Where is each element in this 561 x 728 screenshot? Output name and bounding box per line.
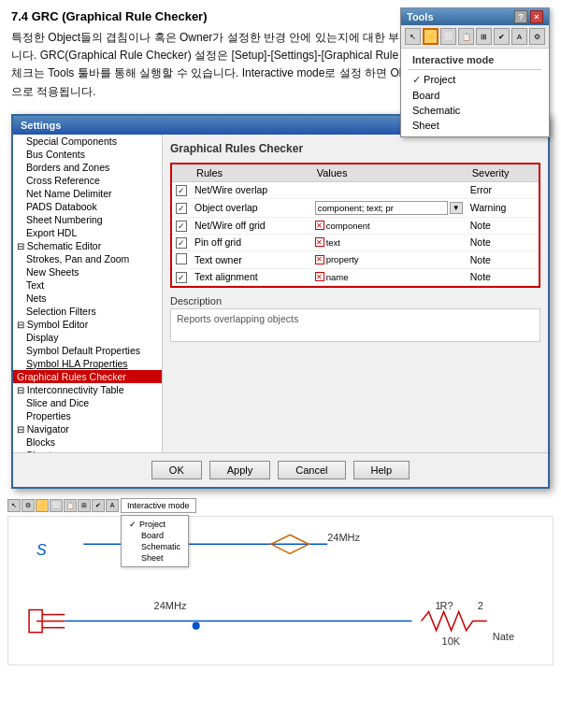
tool-paste-icon[interactable]: 📋: [458, 28, 474, 45]
apply-button[interactable]: Apply: [209, 461, 271, 479]
tree-interconnectivity[interactable]: Interconnectivity Table: [13, 383, 162, 396]
row4-severity: Note: [467, 234, 539, 250]
svg-text:24MHz: 24MHz: [154, 599, 187, 610]
row5-checkbox[interactable]: [172, 250, 191, 268]
tree-bus-contents[interactable]: Bus Contents: [13, 148, 162, 161]
check-net-wire-off-grid[interactable]: [176, 221, 187, 232]
tree-blocks[interactable]: Blocks: [13, 435, 162, 449]
tree-strokes[interactable]: Strokes, Pan and Zoom: [13, 252, 162, 265]
mini-interactive-mode[interactable]: Interactive mode: [121, 498, 196, 513]
tools-menu-board[interactable]: Board: [409, 88, 541, 103]
row2-checkbox[interactable]: [172, 198, 191, 217]
tools-close-btn[interactable]: ×: [530, 10, 543, 23]
nate-label: Nate: [493, 630, 514, 641]
row3-checkbox[interactable]: [172, 217, 191, 234]
tag-x-icon[interactable]: ✕: [315, 255, 324, 264]
tree-symbol-default-props[interactable]: Symbol Default Properties: [13, 344, 162, 357]
tree-pads-databook[interactable]: PADS Databook: [13, 200, 162, 213]
check-object-overlap[interactable]: [176, 203, 187, 214]
dropdown-arrow-icon[interactable]: ▼: [450, 202, 463, 214]
tree-net-name-delimiter[interactable]: Net Name Delimiter: [13, 187, 162, 200]
tree-properties[interactable]: Properties: [13, 409, 162, 422]
tag-name: ✕ name: [315, 272, 463, 282]
tools-help-btn[interactable]: ?: [514, 10, 527, 23]
row1-checkbox[interactable]: [172, 181, 191, 198]
table-row: Text owner ✕ property Note: [172, 250, 539, 268]
tools-toolbar: ↖ ⚡ ⬜ 📋 ⊞ ✔ A ⚙: [401, 25, 549, 49]
check-net-wire-overlap[interactable]: [176, 185, 187, 196]
tree-navigator[interactable]: Navigator: [13, 422, 162, 435]
ok-button[interactable]: OK: [151, 461, 202, 479]
tree-slice-dice[interactable]: Slice and Dice: [13, 396, 162, 409]
mini-tool-7[interactable]: ✔: [92, 499, 105, 512]
tree-nets[interactable]: Nets: [13, 292, 162, 305]
svg-text:R?: R?: [440, 599, 453, 610]
circuit-svg: 24MHz S 24MHz R? 2: [8, 517, 553, 664]
tool-arrow-icon[interactable]: ↖: [405, 28, 421, 45]
tree-cross-reference[interactable]: Cross Reference: [13, 174, 162, 187]
row2-rule: Object overlap: [191, 198, 311, 217]
row2-dropdown[interactable]: component; text; pr ▼: [315, 201, 463, 215]
tree-symbol-editor[interactable]: Symbol Editor: [13, 318, 162, 331]
tag-x-icon[interactable]: ✕: [315, 237, 324, 247]
tools-menu-project[interactable]: Project: [409, 72, 541, 88]
tools-menu-sheet[interactable]: Sheet: [409, 118, 541, 133]
mini-tool-3[interactable]: ⚡: [36, 499, 49, 512]
row6-severity: Note: [467, 268, 539, 285]
svg-text:2: 2: [478, 599, 483, 610]
settings-body: Special Components Bus Contents Borders …: [13, 135, 548, 452]
settings-main: Graphical Rules Checker Rules Values Sev…: [163, 135, 548, 452]
tool-a-icon[interactable]: A: [511, 28, 527, 45]
tool-gear-icon[interactable]: ⚙: [529, 28, 545, 45]
tool-grid-icon[interactable]: ⊞: [476, 28, 492, 45]
check-pin-off-grid[interactable]: [176, 237, 187, 249]
tag-x-icon[interactable]: ✕: [315, 272, 324, 281]
tree-text[interactable]: Text: [13, 278, 162, 292]
mini-menu-sheet[interactable]: Sheet: [129, 552, 180, 564]
row2-severity: Warning: [467, 198, 539, 217]
row1-severity: Error: [467, 181, 539, 198]
mini-tool-1[interactable]: ↖: [7, 499, 21, 512]
row3-rule: Net/Wire off grid: [191, 217, 311, 234]
tool-copy-icon[interactable]: ⬜: [440, 28, 456, 45]
row6-checkbox[interactable]: [172, 268, 191, 285]
mini-tool-8[interactable]: A: [106, 499, 119, 512]
check-text-alignment[interactable]: [176, 272, 187, 283]
freq-top-label: 24MHz: [327, 532, 360, 543]
tree-symbol-hla-props[interactable]: Symbol HLA Properties: [13, 357, 162, 370]
tree-sheets[interactable]: Sheets: [13, 449, 162, 452]
tree-special-components[interactable]: Special Components: [13, 135, 162, 148]
row5-values: ✕ property: [311, 250, 467, 268]
mini-tool-4[interactable]: ⬜: [50, 499, 63, 512]
mini-tool-5[interactable]: 📋: [64, 499, 77, 512]
tag-label: property: [326, 254, 359, 264]
mini-menu-project[interactable]: ✓Project: [129, 519, 180, 530]
tools-popup[interactable]: Tools ? × ↖ ⚡ ⬜ 📋 ⊞ ✔ A ⚙ Interactive mo…: [400, 7, 550, 137]
tree-sheet-numbering[interactable]: Sheet Numbering: [13, 213, 162, 226]
help-button[interactable]: Help: [353, 461, 410, 479]
mini-tool-2[interactable]: ⚙: [22, 499, 35, 512]
tool-active-icon[interactable]: ⚡: [423, 28, 439, 45]
mini-tool-6[interactable]: ⊞: [78, 499, 91, 512]
mini-menu-board[interactable]: Board: [129, 530, 180, 541]
tree-export-hdl[interactable]: Export HDL: [13, 226, 162, 239]
tree-selection-filters[interactable]: Selection Filters: [13, 305, 162, 318]
tree-graphical-rules-checker[interactable]: Graphical Rules Checker: [13, 370, 162, 383]
row4-checkbox[interactable]: [172, 234, 191, 250]
tree-schematic-editor[interactable]: Schematic Editor: [13, 239, 162, 252]
tree-borders-zones[interactable]: Borders and Zones: [13, 161, 162, 174]
tree-display[interactable]: Display: [13, 331, 162, 344]
tools-titlebar: Tools ? ×: [401, 8, 549, 25]
tool-check-icon[interactable]: ✔: [494, 28, 510, 45]
cancel-button[interactable]: Cancel: [278, 461, 345, 479]
check-text-owner[interactable]: [176, 253, 187, 264]
row5-rule: Text owner: [191, 250, 311, 268]
mini-popup-container: Interactive mode ✓Project Board Schemati…: [121, 498, 196, 513]
dropdown-value: component; text; pr: [315, 201, 448, 215]
tag-label: component: [326, 221, 370, 231]
tag-x-icon[interactable]: ✕: [315, 221, 324, 230]
tools-menu-schematic[interactable]: Schematic: [409, 103, 541, 118]
mini-menu-schematic[interactable]: Schematic: [129, 541, 180, 552]
row4-values: ✕ text: [311, 234, 467, 250]
tree-new-sheets[interactable]: New Sheets: [13, 265, 162, 278]
